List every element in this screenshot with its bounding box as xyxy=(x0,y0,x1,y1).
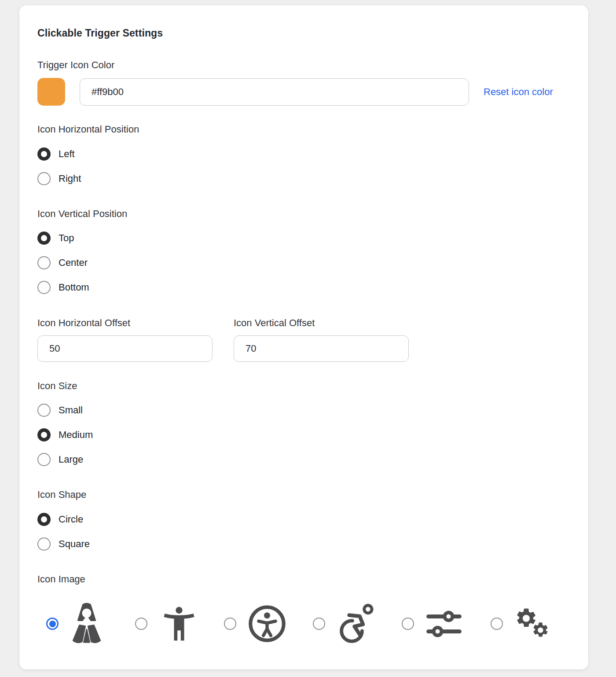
radio-option-left[interactable]: Left xyxy=(37,147,570,161)
icon-horizontal-position-group: Icon Horizontal Position Left Right xyxy=(37,124,570,185)
icon-shape-label: Icon Shape xyxy=(37,489,570,500)
radio-medium[interactable] xyxy=(37,428,51,442)
icon-horizontal-position-label: Icon Horizontal Position xyxy=(37,124,570,135)
trigger-icon-color-label: Trigger Icon Color xyxy=(37,59,570,70)
radio-large[interactable] xyxy=(37,453,51,466)
radio-label-right[interactable]: Right xyxy=(59,173,81,184)
radio-icon-6[interactable] xyxy=(491,618,503,630)
icon-vertical-position-group: Icon Vertical Position Top Center Bottom xyxy=(37,208,570,294)
icon-offsets-row: Icon Horizontal Offset Icon Vertical Off… xyxy=(37,317,570,362)
radio-label-top[interactable]: Top xyxy=(59,232,74,244)
radio-label-circle[interactable]: Circle xyxy=(59,514,83,525)
icon-shape-group: Icon Shape Circle Square xyxy=(37,489,570,550)
icon-vertical-offset-label: Icon Vertical Offset xyxy=(234,317,409,328)
radio-label-small[interactable]: Small xyxy=(59,405,83,416)
radio-label-medium[interactable]: Medium xyxy=(59,429,93,441)
radio-option-right[interactable]: Right xyxy=(37,172,570,185)
radio-small[interactable] xyxy=(37,404,51,417)
radio-circle[interactable] xyxy=(37,513,51,526)
icon-size-label: Icon Size xyxy=(37,380,570,391)
sliders-icon[interactable] xyxy=(425,610,462,638)
radio-label-large[interactable]: Large xyxy=(59,454,83,465)
panel-title: Clickable Trigger Settings xyxy=(37,27,570,39)
reset-icon-color-link[interactable]: Reset icon color xyxy=(484,86,553,98)
radio-option-bottom[interactable]: Bottom xyxy=(37,281,570,294)
radio-option-small[interactable]: Small xyxy=(37,404,570,417)
icon-image-option-1[interactable] xyxy=(46,602,135,646)
icon-image-option-2[interactable] xyxy=(135,603,224,644)
wheelchair-icon[interactable] xyxy=(337,603,379,645)
radio-square[interactable] xyxy=(37,537,51,551)
icon-horizontal-offset-input[interactable] xyxy=(37,335,213,362)
radio-left[interactable] xyxy=(37,147,51,161)
icon-image-group: Icon Image xyxy=(37,574,570,646)
radio-option-center[interactable]: Center xyxy=(37,256,570,269)
radio-center[interactable] xyxy=(37,256,51,269)
radio-label-left[interactable]: Left xyxy=(59,148,75,160)
radio-icon-2[interactable] xyxy=(135,618,147,630)
icon-image-option-6[interactable] xyxy=(491,607,579,641)
accessibility-circle-icon[interactable] xyxy=(248,604,286,643)
radio-icon-4[interactable] xyxy=(313,618,325,630)
radio-bottom[interactable] xyxy=(37,281,51,294)
clickable-trigger-settings-panel: Clickable Trigger Settings Trigger Icon … xyxy=(19,5,588,670)
icon-image-option-5[interactable] xyxy=(402,610,491,638)
icon-vertical-position-label: Icon Vertical Position xyxy=(37,208,570,219)
radio-right[interactable] xyxy=(37,172,51,185)
trigger-icon-color-row: Reset icon color xyxy=(37,78,570,106)
radio-label-bottom[interactable]: Bottom xyxy=(59,282,89,293)
radio-icon-1[interactable] xyxy=(46,618,59,630)
radio-top[interactable] xyxy=(37,232,51,245)
icon-image-label: Icon Image xyxy=(37,574,570,585)
radio-label-square[interactable]: Square xyxy=(59,538,90,550)
radio-option-square[interactable]: Square xyxy=(37,537,570,551)
icon-image-option-3[interactable] xyxy=(224,604,313,643)
radio-label-center[interactable]: Center xyxy=(59,257,88,269)
radio-option-circle[interactable]: Circle xyxy=(37,513,570,526)
icon-size-group: Icon Size Small Medium Large xyxy=(37,380,570,466)
radio-option-top[interactable]: Top xyxy=(37,232,570,245)
radio-icon-5[interactable] xyxy=(402,618,414,630)
gears-icon[interactable] xyxy=(514,607,551,641)
icon-image-option-4[interactable] xyxy=(313,603,402,645)
radio-icon-3[interactable] xyxy=(224,618,236,630)
radio-option-large[interactable]: Large xyxy=(37,453,570,466)
icon-horizontal-offset-label: Icon Horizontal Offset xyxy=(37,317,213,328)
person-arms-out-icon[interactable] xyxy=(159,603,199,644)
radio-option-medium[interactable]: Medium xyxy=(37,428,570,442)
color-swatch[interactable] xyxy=(37,78,65,106)
figure-logo-icon[interactable] xyxy=(70,602,103,646)
icon-vertical-offset-input[interactable] xyxy=(234,335,409,362)
color-value-input[interactable] xyxy=(80,78,469,106)
